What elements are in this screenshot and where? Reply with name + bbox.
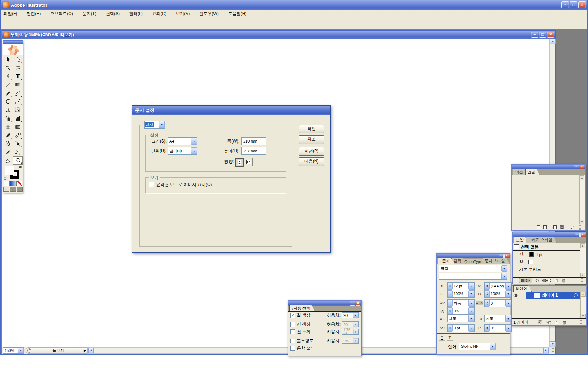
tab-opentype[interactable]: OpenType	[462, 259, 487, 264]
gradient-mode-button[interactable]	[10, 181, 16, 186]
edit-original-button[interactable]	[570, 225, 574, 229]
relink-button[interactable]: →	[537, 225, 547, 229]
mesh-tool[interactable]	[3, 123, 13, 131]
palette-resize-grip[interactable]	[579, 278, 584, 283]
expand-arrow-icon[interactable]: ►	[353, 313, 358, 318]
chevron-down-icon[interactable]: ▼	[468, 325, 474, 332]
layers-scrollbar[interactable]: ▲ ▼	[580, 292, 586, 318]
stepper-icon[interactable]: ▲▼	[485, 300, 490, 307]
menu-effect[interactable]: 효과(C)	[152, 11, 167, 17]
dialog-titlebar[interactable]: 문서 설정	[132, 106, 330, 115]
opacity-checkbox[interactable]: ✓	[290, 339, 295, 343]
go-to-link-button[interactable]: →	[550, 225, 557, 229]
chevron-down-icon[interactable]: ▼	[505, 325, 511, 332]
font-family-combo[interactable]: 굴림 ▼	[439, 265, 507, 272]
warp-tool[interactable]	[3, 106, 13, 114]
scroll-left-button[interactable]: ◄	[88, 348, 94, 353]
chevron-down-icon[interactable]: ▼	[468, 290, 474, 297]
app-titlebar[interactable]: Adobe Illustrator − □ ×	[1, 0, 587, 10]
palette-close-button[interactable]: ×	[580, 165, 584, 169]
chevron-down-icon[interactable]: ▼	[505, 283, 511, 290]
fullscreen-button[interactable]	[17, 187, 23, 192]
create-sublayer-button[interactable]	[546, 320, 551, 325]
pen-tool[interactable]	[3, 72, 13, 81]
cancel-button[interactable]: 취소	[299, 135, 324, 144]
stepper-icon[interactable]: ▲▼	[448, 300, 453, 307]
opacity-tolerance-field[interactable]: 5% ►	[342, 338, 359, 344]
document-titlebar[interactable]: 무제-2 @ 150% (CMYK/미리보기) − □ ×	[2, 31, 555, 39]
no-selection-row[interactable]: 선택 없음	[513, 243, 586, 251]
ok-button[interactable]: 확인	[299, 125, 324, 133]
scroll-down-button[interactable]: ▼	[580, 273, 585, 277]
underline-button[interactable]: T	[439, 335, 445, 341]
tab-actions[interactable]: 액션	[513, 169, 527, 175]
default-transparency-row[interactable]: 기본 투명도	[513, 266, 586, 273]
clear-appearance-button[interactable]: ∅	[536, 278, 539, 283]
stepper-icon[interactable]: ▲▼	[448, 307, 453, 314]
appearance-scrollbar[interactable]: ▲ ▼	[580, 243, 586, 277]
scroll-down-button[interactable]: ▼	[550, 341, 556, 347]
zoom-tool[interactable]	[13, 156, 23, 165]
chevron-down-icon[interactable]: ▼	[505, 290, 511, 297]
doc-minimize-button[interactable]: −	[531, 32, 538, 38]
toolbox-titlebar[interactable]	[3, 41, 23, 44]
palette-resize-grip[interactable]	[580, 320, 584, 325]
blend-tool[interactable]	[13, 131, 23, 139]
palette-close-button[interactable]: ×	[356, 301, 360, 306]
color-mode-button[interactable]	[4, 181, 10, 186]
paintbrush-tool[interactable]	[3, 89, 13, 97]
symbol-sprayer-tool[interactable]	[3, 114, 13, 123]
character-titlebar[interactable]: − ×	[437, 254, 510, 258]
aki-left-combo[interactable]: 자동▼	[447, 315, 475, 322]
pencil-tool[interactable]	[13, 89, 23, 97]
vertical-scale-combo[interactable]: ▲▼100%▼	[484, 290, 512, 298]
horizontal-scale-combo[interactable]: ▲▼100%▼	[447, 290, 475, 298]
menu-object[interactable]: 오브젝트(O)	[50, 11, 73, 17]
scroll-right-button[interactable]: ►	[543, 348, 549, 353]
prev-button[interactable]: 이전(P)	[299, 147, 324, 156]
tab-magic-wand[interactable]: ↕자동 선택	[289, 305, 315, 311]
knife-tool[interactable]	[3, 148, 13, 156]
menu-file[interactable]: 파일(F)	[4, 11, 17, 17]
stepper-icon[interactable]: ▲▼	[485, 283, 490, 290]
live-paint-selection-tool[interactable]	[13, 139, 23, 148]
zoom-level-combo[interactable]: 150% ▼	[3, 347, 24, 354]
layer-row[interactable]: 레이어 1	[512, 292, 581, 299]
unit-dropdown[interactable]: 밀리미터 ▼	[168, 147, 197, 155]
stroke-color-checkbox[interactable]: ✓	[290, 322, 295, 327]
stroke-tolerance-field[interactable]: 20 ►	[342, 321, 359, 327]
aki-right-combo[interactable]: 자동▼	[484, 315, 512, 322]
fill-color-checkbox[interactable]: ✓	[290, 313, 295, 318]
duplicate-item-button[interactable]: ▸	[542, 279, 551, 282]
menu-view[interactable]: 보기(V)	[176, 11, 190, 17]
scissors-tool[interactable]	[13, 148, 23, 156]
leading-combo[interactable]: ▲▼(14.4 pt)▼	[484, 282, 512, 290]
eyedropper-tool[interactable]	[3, 131, 13, 139]
new-art-basic-appearance-button[interactable]	[519, 278, 532, 283]
setup-section-dropdown[interactable]: 대지 ▼	[144, 121, 165, 129]
doc-close-button[interactable]: ×	[547, 32, 554, 38]
chevron-down-icon[interactable]: ▼	[468, 307, 474, 314]
kerning-combo[interactable]: ▲▼자동▼	[447, 299, 475, 307]
tab-links[interactable]: 연결	[525, 169, 540, 175]
direct-selection-tool[interactable]	[13, 55, 23, 64]
scroll-up-button[interactable]: ▲	[581, 292, 586, 297]
portrait-orientation-button[interactable]	[235, 158, 244, 167]
chevron-down-icon[interactable]: ▼	[159, 121, 165, 128]
standard-screen-button[interactable]	[4, 187, 9, 192]
palette-minimize-button[interactable]: −	[350, 301, 355, 306]
close-button[interactable]: ×	[578, 1, 586, 8]
trash-icon[interactable]	[562, 278, 566, 283]
chevron-down-icon[interactable]: ▼	[468, 315, 474, 322]
swap-fill-stroke-icon[interactable]: ⇄	[19, 165, 22, 169]
chevron-down-icon[interactable]: ▼	[505, 300, 511, 307]
appearance-fill-row[interactable]: 칠:	[513, 258, 586, 266]
chevron-down-icon[interactable]: ▼	[501, 273, 507, 279]
gradient-tool[interactable]	[13, 123, 23, 131]
scale-tool[interactable]	[13, 97, 23, 106]
magic-wand-tool[interactable]	[3, 64, 13, 72]
next-button[interactable]: 다음(N)	[299, 157, 324, 166]
scroll-down-button[interactable]: ▼	[580, 220, 584, 224]
chevron-down-icon[interactable]: ▼	[191, 147, 197, 154]
chevron-down-icon[interactable]: ▼	[468, 283, 474, 290]
